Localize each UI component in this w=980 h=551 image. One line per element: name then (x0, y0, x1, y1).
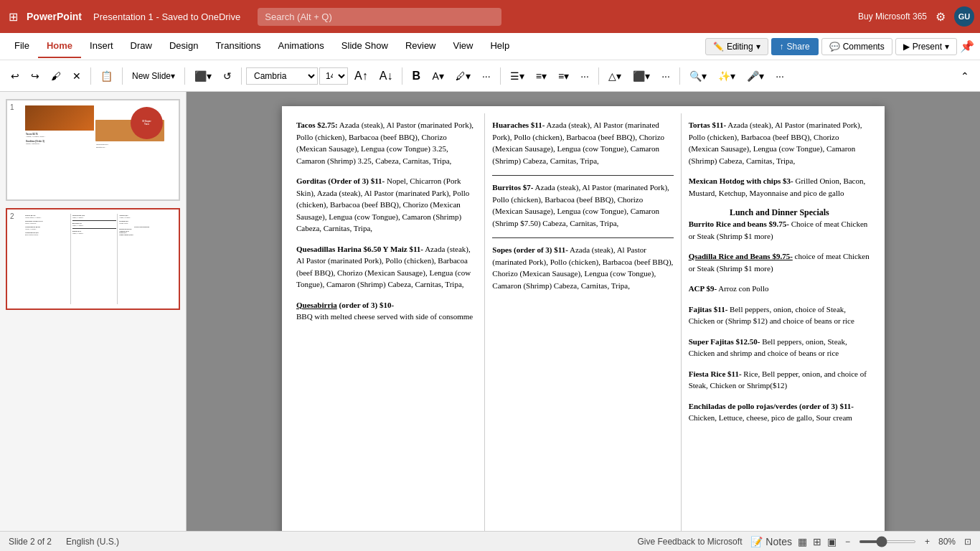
collapse-ribbon-button[interactable]: ⌃ (956, 67, 974, 85)
notes-button[interactable]: 📝 Notes (750, 536, 791, 547)
comments-button[interactable]: 💬 Comments (821, 38, 892, 55)
zoom-slider[interactable] (859, 540, 916, 543)
design-ideas-button[interactable]: ✨▾ (713, 67, 740, 85)
font-selector[interactable]: Cambria (246, 67, 318, 85)
slide-thumb-2[interactable]: 2 Tacos $2.75: Azada (steak), Al Pastor.… (6, 208, 180, 310)
present-chevron-icon: ▾ (945, 42, 949, 52)
chevron-down-icon: ▾ (756, 42, 760, 52)
slide-canvas: Tacos $2.75: Azada (steak), Al Pastor (m… (282, 106, 885, 531)
status-right: Give Feedback to Microsoft 📝 Notes ▦ ⊞ ▣… (637, 536, 971, 547)
highlight-color-button[interactable]: 🖊▾ (451, 67, 476, 85)
sep3 (184, 67, 185, 85)
more-drawing-button[interactable]: ··· (656, 67, 675, 85)
tab-slideshow[interactable]: Slide Show (333, 34, 397, 58)
more-options-button[interactable]: ··· (771, 67, 789, 85)
quesabirria-body: BBQ with melted cheese served with side … (296, 312, 473, 321)
alignment-button[interactable]: ≡▾ (553, 67, 574, 85)
feedback-label[interactable]: Give Feedback to Microsoft (637, 537, 742, 547)
share-button[interactable]: ↑ Share (771, 38, 819, 55)
undo-button[interactable]: ↩ (6, 67, 24, 85)
tab-review[interactable]: Review (397, 34, 445, 58)
zoom-level: 80% (938, 537, 956, 547)
comment-icon: 💬 (829, 42, 840, 52)
tab-insert[interactable]: Insert (81, 34, 122, 58)
slide-info: Slide 2 of 2 (9, 537, 52, 547)
tab-home[interactable]: Home (38, 34, 81, 58)
tab-view[interactable]: View (445, 34, 482, 58)
pencil-icon: ✏️ (713, 42, 724, 52)
hotdog-title: Mexican Hotdog with chips $3- (689, 176, 793, 185)
sep4 (241, 67, 242, 85)
share-icon: ↑ (780, 42, 784, 52)
avatar[interactable]: GU (954, 6, 974, 27)
new-slide-chevron-icon: ▾ (171, 71, 175, 81)
canvas-area[interactable]: Tacos $2.75: Azada (steak), Al Pastor (m… (187, 92, 980, 531)
clear-format-button[interactable]: ✕ (67, 67, 86, 85)
number-list-button[interactable]: ≡▾ (531, 67, 552, 85)
slide-panel: 1 Tacos $2.75 Azada, Al Pastor, Pollo...… (0, 92, 187, 531)
font-color-button[interactable]: A▾ (427, 67, 448, 85)
font-decrease-button[interactable]: A↓ (374, 66, 398, 86)
new-slide-label: New Slide (132, 71, 171, 81)
gorditas-title: Gorditas (Order of 3) $11- (296, 176, 385, 185)
editing-button[interactable]: ✏️ Editing ▾ (705, 38, 768, 55)
slide-col-3: Tortas $11- Azada (steak), Al Pastor (ma… (682, 113, 877, 531)
search-input[interactable] (258, 8, 501, 26)
status-bar: Slide 2 of 2 English (U.S.) Give Feedbac… (0, 531, 980, 551)
slide-1-preview: Tacos $2.75 Azada, Al Pastor, Pollo... G… (23, 103, 166, 197)
tab-transitions[interactable]: Transitions (207, 34, 269, 58)
zoom-minus-icon[interactable]: − (845, 537, 850, 547)
fit-slide-icon[interactable]: ⊡ (964, 537, 971, 547)
quesadillas-title: Quesadillas Harina $6.50 Y Maiz $11- (296, 245, 423, 253)
zoom-plus-icon[interactable]: + (925, 537, 930, 547)
arrange-button[interactable]: ⬛▾ (628, 67, 655, 85)
tab-animations[interactable]: Animations (270, 34, 333, 58)
new-slide-button[interactable]: New Slide ▾ (127, 67, 180, 85)
slide-col-2: Huaraches $11- Azada (steak), Al Pastor … (485, 113, 681, 531)
reset-button[interactable]: ↺ (218, 67, 237, 85)
grid-icon[interactable]: ⊞ (6, 7, 21, 27)
clipboard-button[interactable]: 📋 (95, 67, 118, 85)
settings-icon[interactable]: ⚙ (936, 10, 946, 24)
slide-thumb-1[interactable]: 1 Tacos $2.75 Azada, Al Pastor, Pollo...… (6, 99, 180, 201)
pin-icon[interactable]: 📌 (960, 39, 974, 53)
slide-sorter-icon[interactable]: ⊞ (813, 536, 821, 547)
more-format-button[interactable]: ··· (575, 67, 594, 85)
more-text-button[interactable]: ··· (477, 67, 496, 85)
tab-file[interactable]: File (6, 34, 38, 58)
sep8 (679, 67, 680, 85)
toolbar: ↩ ↪ 🖌 ✕ 📋 New Slide ▾ ⬛▾ ↺ Cambria 14 A↑… (0, 60, 980, 92)
menu-item-sopes: Sopes (order of 3) $11- Azada (steak), A… (492, 244, 673, 291)
acp-body: Arroz con Pollo (717, 284, 768, 293)
enchiladas-title-suffix: (order of 3) $11- (797, 402, 854, 410)
title-bar-right: Buy Microsoft 365 ⚙ GU (858, 6, 974, 27)
qsadilla-rice-title: Qsadilla Rice and Beans $9.75- (689, 252, 793, 260)
normal-view-icon[interactable]: ▦ (798, 536, 807, 547)
quesabirria-title-suffix: (order of 3) $10- (337, 301, 394, 309)
layout-button[interactable]: ⬛▾ (189, 67, 217, 85)
huaraches-title: Huaraches $11- (492, 121, 545, 129)
bold-button[interactable]: B (407, 66, 425, 86)
shapes-button[interactable]: △▾ (603, 67, 626, 85)
present-button[interactable]: ▶ Present ▾ (895, 38, 957, 55)
buy-microsoft-label[interactable]: Buy Microsoft 365 (858, 11, 927, 22)
reading-view-icon[interactable]: ▣ (827, 536, 837, 547)
share-label: Share (787, 42, 810, 52)
menu-item-qsadilla-rice: Qsadilla Rice and Beans $9.75- choice of… (689, 250, 870, 274)
font-size-selector[interactable]: 14 (319, 67, 348, 85)
find-button[interactable]: 🔍▾ (684, 67, 712, 85)
doc-name: Presentation 1 - Saved to OneDrive (93, 11, 240, 22)
sep7 (598, 67, 599, 85)
menu-item-enchiladas: Enchiladas de pollo rojas/verdes (order … (689, 400, 870, 424)
bullet-list-button[interactable]: ☰▾ (505, 67, 529, 85)
slide-1-number: 1 (10, 103, 20, 111)
tab-design[interactable]: Design (161, 34, 207, 58)
tab-help[interactable]: Help (481, 34, 518, 58)
redo-button[interactable]: ↪ (26, 67, 44, 85)
font-increase-button[interactable]: A↑ (349, 66, 373, 86)
view-icons: 📝 Notes ▦ ⊞ ▣ (750, 536, 836, 547)
menu-item-quesabirria: Quesabirria (order of 3) $10- BBQ with m… (296, 299, 477, 323)
dictate-button[interactable]: 🎤▾ (742, 67, 769, 85)
format-painter-button[interactable]: 🖌 (46, 67, 66, 85)
tab-draw[interactable]: Draw (122, 34, 161, 58)
